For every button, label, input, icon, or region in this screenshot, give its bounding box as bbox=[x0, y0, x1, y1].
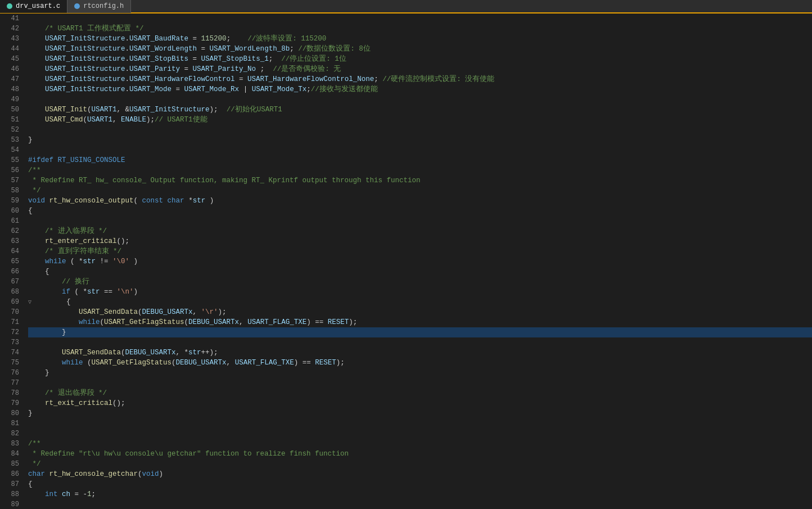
code-line: while(USART_GetFlagStatus(DEBUG_USARTx, … bbox=[28, 317, 812, 327]
line-number: 77 bbox=[4, 378, 19, 388]
line-number: 87 bbox=[4, 479, 19, 489]
line-number: 56 bbox=[4, 165, 19, 175]
line-number: 60 bbox=[4, 206, 19, 216]
code-line bbox=[28, 429, 812, 439]
code-line: * Redefine "rt\u hw\u console\u getchar"… bbox=[28, 449, 812, 459]
line-number: 42 bbox=[4, 24, 19, 34]
line-number: 75 bbox=[4, 358, 19, 368]
code-line bbox=[28, 125, 812, 135]
line-number: 71 bbox=[4, 317, 19, 327]
line-number: 55 bbox=[4, 155, 19, 165]
line-number: 48 bbox=[4, 84, 19, 94]
code-line: { bbox=[28, 206, 812, 216]
code-line: #ifdef RT_USING_CONSOLE bbox=[28, 155, 812, 165]
line-number: 47 bbox=[4, 74, 19, 84]
line-number: 44 bbox=[4, 44, 19, 54]
code-line: /* 退出临界段 */ bbox=[28, 388, 812, 398]
code-line: char rt_hw_console_getchar(void) bbox=[28, 469, 812, 479]
line-number: 79 bbox=[4, 398, 19, 408]
code-line bbox=[28, 94, 812, 105]
tab-rtconfig[interactable]: rtconfig.h bbox=[67, 0, 131, 13]
tab-label-rt: rtconfig.h bbox=[83, 2, 124, 10]
code-line bbox=[28, 337, 812, 348]
code-line: } bbox=[28, 135, 812, 145]
line-numbers: 4142434445464748495051525354555657585960… bbox=[0, 13, 24, 509]
code-line: } bbox=[28, 408, 812, 418]
code-line: * Redefine RT_ hw_ console_ Output funct… bbox=[28, 175, 812, 186]
line-number: 41 bbox=[4, 13, 19, 24]
line-number: 54 bbox=[4, 145, 19, 155]
line-number: 51 bbox=[4, 115, 19, 125]
code-line: { bbox=[28, 267, 812, 277]
line-number: 68 bbox=[4, 287, 19, 297]
code-editor: 4142434445464748495051525354555657585960… bbox=[0, 13, 812, 509]
code-line: USART_Cmd(USART1, ENABLE);// USART1使能 bbox=[28, 115, 812, 125]
tab-label-drv: drv_usart.c bbox=[16, 2, 60, 10]
code-line: USART_SendData(DEBUG_USARTx, '\r'); bbox=[28, 307, 812, 317]
line-number: 43 bbox=[4, 34, 19, 44]
code-line: USART_InitStructure.USART_Parity = USART… bbox=[28, 64, 812, 74]
code-line: rt_enter_critical(); bbox=[28, 236, 812, 246]
code-line: } bbox=[28, 327, 812, 337]
code-line: while (USART_GetFlagStatus(DEBUG_USARTx,… bbox=[28, 358, 812, 368]
line-number: 67 bbox=[4, 277, 19, 287]
line-number: 72 bbox=[4, 327, 19, 337]
line-number: 65 bbox=[4, 256, 19, 267]
line-number: 88 bbox=[4, 489, 19, 499]
line-number: 84 bbox=[4, 449, 19, 459]
code-area[interactable]: /* USART1 工作模式配置 */ USART_InitStructure.… bbox=[24, 13, 812, 509]
line-number: 64 bbox=[4, 246, 19, 256]
code-line: { bbox=[28, 479, 812, 489]
code-line: USART_InitStructure.USART_HardwareFlowCo… bbox=[28, 74, 812, 84]
code-line bbox=[28, 13, 812, 24]
line-number: 61 bbox=[4, 216, 19, 226]
line-number: 66 bbox=[4, 267, 19, 277]
line-number: 83 bbox=[4, 439, 19, 449]
code-line bbox=[28, 418, 812, 429]
code-line bbox=[28, 216, 812, 226]
code-line: /** bbox=[28, 439, 812, 449]
line-number: 58 bbox=[4, 186, 19, 196]
line-number: 73 bbox=[4, 337, 19, 348]
code-line bbox=[28, 378, 812, 388]
line-number: 81 bbox=[4, 418, 19, 429]
line-number: 52 bbox=[4, 125, 19, 135]
line-number: 63 bbox=[4, 236, 19, 246]
line-number: 74 bbox=[4, 348, 19, 358]
code-line: ▽ { bbox=[28, 297, 812, 307]
code-line: // 换行 bbox=[28, 277, 812, 287]
code-line: } bbox=[28, 368, 812, 378]
line-number: 59 bbox=[4, 196, 19, 206]
fold-icon[interactable]: ▽ bbox=[28, 299, 31, 305]
code-line: USART_Init(USART1, &USART_InitStructure)… bbox=[28, 105, 812, 115]
code-line: void rt_hw_console_output( const char *s… bbox=[28, 196, 812, 206]
code-line: */ bbox=[28, 459, 812, 469]
code-line: /* 直到字符串结束 */ bbox=[28, 246, 812, 256]
line-number: 50 bbox=[4, 105, 19, 115]
tab-icon-rt bbox=[74, 3, 80, 9]
line-number: 49 bbox=[4, 94, 19, 105]
line-number: 53 bbox=[4, 135, 19, 145]
code-line: USART_InitStructure.USART_Mode = USART_M… bbox=[28, 84, 812, 94]
code-line: int ch = -1; bbox=[28, 489, 812, 499]
tab-bar: drv_usart.c rtconfig.h bbox=[0, 0, 812, 13]
tab-icon-drv bbox=[7, 3, 12, 9]
code-line: USART_InitStructure.USART_BaudRate = 115… bbox=[28, 34, 812, 44]
tab-drv-usart[interactable]: drv_usart.c bbox=[0, 0, 67, 13]
line-number: 89 bbox=[4, 499, 19, 509]
line-number: 85 bbox=[4, 459, 19, 469]
code-line: USART_InitStructure.USART_WordLength = U… bbox=[28, 44, 812, 54]
line-number: 62 bbox=[4, 226, 19, 236]
code-line: /* 进入临界段 */ bbox=[28, 226, 812, 236]
line-number: 69 bbox=[4, 297, 19, 307]
code-line: /* USART1 工作模式配置 */ bbox=[28, 24, 812, 34]
code-line bbox=[28, 499, 812, 509]
code-line: /** bbox=[28, 165, 812, 175]
code-line: USART_InitStructure.USART_StopBits = USA… bbox=[28, 54, 812, 64]
code-line: USART_SendData(DEBUG_USARTx, *str++); bbox=[28, 348, 812, 358]
code-line: if ( *str == '\n') bbox=[28, 287, 812, 297]
line-number: 70 bbox=[4, 307, 19, 317]
line-number: 45 bbox=[4, 54, 19, 64]
line-number: 78 bbox=[4, 388, 19, 398]
code-line: while ( *str != '\0' ) bbox=[28, 256, 812, 267]
